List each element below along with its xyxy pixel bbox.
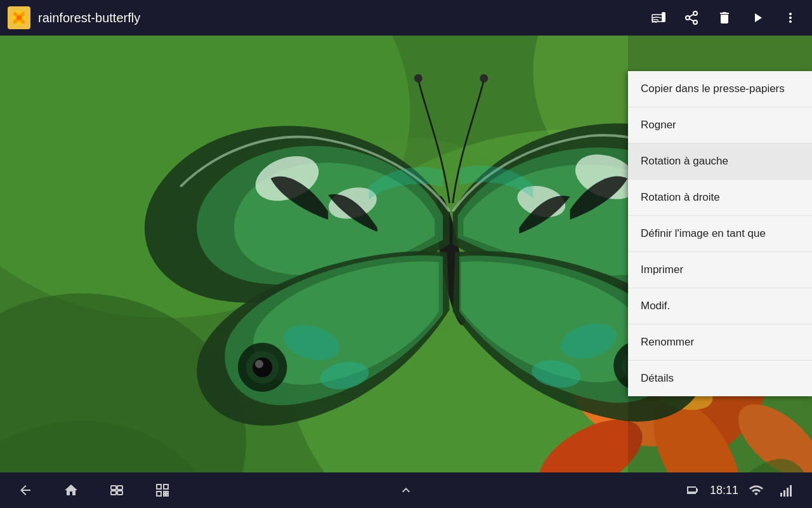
- menu-item-rename[interactable]: Renommer: [628, 324, 812, 361]
- svg-point-50: [414, 74, 422, 83]
- svg-point-51: [480, 74, 488, 83]
- slideshow-button[interactable]: [743, 4, 771, 32]
- overflow-menu-button[interactable]: [776, 4, 804, 32]
- share-button[interactable]: [678, 4, 705, 32]
- app-title: rainforest-butterfly: [38, 11, 645, 25]
- clock-display: 18:11: [710, 484, 738, 497]
- svg-rect-53: [117, 486, 122, 490]
- home-button[interactable]: [58, 478, 84, 503]
- topbar-actions: [645, 4, 804, 32]
- menu-item-set-image[interactable]: Définir l'image en tant que: [628, 216, 812, 252]
- svg-rect-55: [117, 491, 122, 495]
- menu-item-crop[interactable]: Rogner: [628, 107, 812, 144]
- nav-left: [13, 478, 175, 503]
- svg-rect-61: [164, 494, 166, 496]
- up-button[interactable]: [393, 478, 419, 503]
- back-button[interactable]: [13, 478, 38, 503]
- svg-rect-52: [111, 486, 116, 490]
- svg-point-9: [16, 15, 22, 20]
- app-icon: [8, 6, 30, 29]
- svg-rect-63: [780, 493, 782, 497]
- main-content: Copier dans le presse-papiers Rogner Rot…: [0, 36, 812, 472]
- svg-rect-65: [787, 488, 789, 497]
- menu-item-copy-clipboard[interactable]: Copier dans le presse-papiers: [628, 71, 812, 107]
- svg-rect-57: [164, 485, 168, 489]
- menu-item-rotate-left[interactable]: Rotation à gauche: [628, 144, 812, 180]
- menu-item-print[interactable]: Imprimer: [628, 252, 812, 288]
- svg-rect-11: [662, 13, 665, 22]
- menu-item-edit[interactable]: Modif.: [628, 288, 812, 324]
- menu-item-details[interactable]: Détails: [628, 361, 812, 396]
- svg-point-13: [686, 16, 690, 20]
- svg-point-41: [255, 360, 263, 368]
- bottom-bar: 18:11: [0, 472, 812, 508]
- top-bar: rainforest-butterfly: [0, 0, 812, 36]
- svg-rect-66: [790, 485, 792, 497]
- nav-center: [393, 478, 419, 503]
- signal-icon: [774, 478, 799, 503]
- svg-rect-54: [111, 491, 116, 495]
- context-menu: Copier dans le presse-papiers Rogner Rot…: [628, 71, 812, 396]
- svg-rect-60: [166, 491, 168, 493]
- delete-button[interactable]: [710, 4, 738, 32]
- svg-point-40: [252, 358, 272, 377]
- svg-rect-62: [166, 494, 168, 496]
- svg-line-16: [690, 15, 694, 17]
- cast-button[interactable]: [645, 4, 672, 32]
- battery-icon: [679, 478, 705, 503]
- qr-button[interactable]: [150, 478, 175, 503]
- wifi-icon: [743, 478, 769, 503]
- svg-rect-56: [157, 485, 161, 489]
- svg-rect-64: [783, 490, 785, 497]
- svg-line-15: [690, 19, 694, 22]
- recents-button[interactable]: [104, 478, 129, 503]
- svg-point-14: [693, 20, 697, 24]
- svg-point-12: [693, 11, 697, 15]
- svg-rect-58: [157, 491, 161, 496]
- menu-item-rotate-right[interactable]: Rotation à droite: [628, 180, 812, 216]
- svg-rect-59: [164, 491, 166, 493]
- nav-right: 18:11: [679, 478, 799, 503]
